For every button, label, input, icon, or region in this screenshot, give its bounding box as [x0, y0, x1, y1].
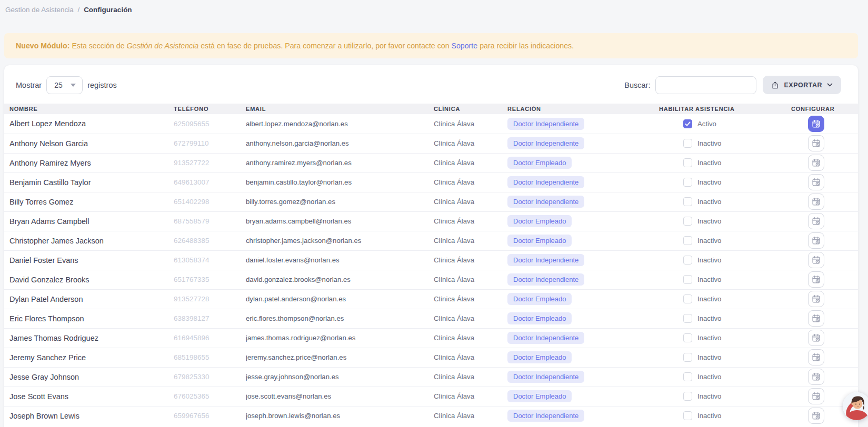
doctor-email: daniel.foster.evans@norlan.es: [246, 250, 434, 270]
status-label: Inactivo: [697, 353, 721, 361]
doctor-email: joseph.brown.lewis@norlan.es: [246, 406, 434, 425]
configure-schedule-button[interactable]: [808, 291, 824, 307]
doctors-table: Nombre Teléfono Email Clínica Relación H…: [4, 104, 858, 425]
enable-attendance-checkbox[interactable]: [683, 392, 692, 401]
doctor-phone: 913527722: [174, 153, 246, 172]
configure-schedule-button[interactable]: [808, 330, 824, 346]
calendar-clock-icon: [812, 294, 821, 303]
help-avatar-widget[interactable]: [843, 392, 868, 420]
enable-attendance-checkbox[interactable]: [683, 139, 692, 148]
status-label: Inactivo: [697, 217, 721, 225]
calendar-clock-icon: [812, 275, 821, 284]
enable-attendance-checkbox[interactable]: [683, 314, 692, 323]
doctor-clinic: Clínica Álava: [434, 309, 507, 328]
doctor-clinic: Clínica Álava: [434, 172, 507, 192]
breadcrumb: Gestion de Asistencia / Configuración: [0, 0, 868, 14]
table-row: Jose Scott Evans 676025365 jose.scott.ev…: [4, 387, 858, 406]
relation-badge: Doctor Empleado: [507, 351, 572, 363]
attendance-config-card: Mostrar 25 registros Buscar: EXPORTAR: [4, 65, 858, 427]
breadcrumb-separator: /: [78, 6, 80, 14]
relation-badge: Doctor Empleado: [507, 390, 572, 402]
doctor-email: bryan.adams.campbell@norlan.es: [246, 211, 434, 231]
enable-attendance-checkbox[interactable]: [683, 197, 692, 206]
doctor-email: billy.torres.gomez@norlan.es: [246, 192, 434, 211]
status-label: Activo: [697, 120, 716, 128]
doctor-clinic: Clínica Álava: [434, 270, 507, 289]
doctor-name: Anthony Ramirez Myers: [4, 153, 174, 172]
search-input[interactable]: [655, 76, 756, 94]
configure-schedule-button[interactable]: [808, 213, 824, 229]
configure-schedule-button[interactable]: [808, 408, 824, 424]
calendar-clock-icon: [812, 353, 821, 362]
doctor-name: Eric Flores Thompson: [4, 309, 174, 328]
relation-badge: Doctor Independiente: [507, 176, 584, 188]
header-email: Email: [246, 104, 434, 114]
configure-schedule-button[interactable]: [808, 135, 824, 151]
support-link[interactable]: Soporte: [451, 42, 477, 50]
enable-attendance-checkbox[interactable]: [683, 256, 692, 265]
status-label: Inactivo: [697, 198, 721, 206]
configure-schedule-button[interactable]: [808, 310, 824, 327]
calendar-clock-icon: [812, 178, 821, 187]
configure-schedule-button[interactable]: [808, 194, 824, 210]
status-label: Inactivo: [697, 178, 721, 186]
enable-attendance-checkbox[interactable]: [683, 178, 692, 187]
configure-schedule-button[interactable]: [808, 271, 824, 288]
relation-badge: Doctor Empleado: [507, 157, 572, 169]
table-header-row: Nombre Teléfono Email Clínica Relación H…: [4, 104, 858, 114]
enable-attendance-checkbox[interactable]: [683, 236, 692, 245]
chevron-down-icon: [71, 84, 76, 87]
configure-schedule-button[interactable]: [808, 388, 824, 404]
relation-badge: Doctor Independiente: [507, 273, 584, 286]
configure-schedule-button[interactable]: [808, 252, 824, 268]
table-row: Christopher James Jackson 626488385 chri…: [4, 231, 858, 250]
doctor-clinic: Clínica Álava: [434, 348, 507, 367]
enable-attendance-checkbox[interactable]: [683, 294, 692, 303]
doctor-name: Albert Lopez Mendoza: [4, 114, 174, 134]
export-label: EXPORTAR: [784, 82, 822, 89]
configure-schedule-button[interactable]: [808, 116, 824, 132]
header-relacion: Relación: [507, 104, 659, 114]
enable-attendance-checkbox[interactable]: [683, 333, 692, 342]
doctor-clinic: Clínica Álava: [434, 367, 507, 387]
breadcrumb-parent[interactable]: Gestion de Asistencia: [5, 6, 74, 14]
doctor-name: Christopher James Jackson: [4, 231, 174, 250]
enable-attendance-checkbox[interactable]: [683, 217, 692, 226]
table-row: Eric Flores Thompson 638398127 eric.flor…: [4, 309, 858, 328]
configure-schedule-button[interactable]: [808, 155, 824, 171]
status-label: Inactivo: [697, 392, 721, 400]
enable-attendance-checkbox[interactable]: [683, 275, 692, 284]
enable-attendance-checkbox[interactable]: [683, 119, 692, 128]
enable-attendance-checkbox[interactable]: [683, 372, 692, 381]
status-label: Inactivo: [697, 373, 721, 381]
page-size-select[interactable]: 25: [46, 76, 83, 94]
doctor-name: Dylan Patel Anderson: [4, 289, 174, 309]
relation-badge: Doctor Independiente: [507, 196, 584, 208]
configure-schedule-button[interactable]: [808, 349, 824, 365]
export-button[interactable]: EXPORTAR: [763, 76, 841, 94]
configure-schedule-button[interactable]: [808, 369, 824, 385]
relation-badge: Doctor Independiente: [507, 118, 584, 130]
export-icon: [771, 81, 779, 89]
configure-schedule-button[interactable]: [808, 232, 824, 249]
relation-badge: Doctor Empleado: [507, 235, 572, 247]
alert-module-name: Gestión de Asistencia: [127, 42, 199, 50]
search-label: Buscar:: [624, 81, 650, 89]
enable-attendance-checkbox[interactable]: [683, 158, 692, 167]
relation-badge: Doctor Independiente: [507, 371, 584, 383]
doctor-phone: 638398127: [174, 309, 246, 328]
doctor-email: jose.scott.evans@norlan.es: [246, 387, 434, 406]
doctor-name: Bryan Adams Campbell: [4, 211, 174, 231]
status-label: Inactivo: [697, 295, 721, 303]
configure-schedule-button[interactable]: [808, 174, 824, 190]
table-row: Dylan Patel Anderson 913527728 dylan.pat…: [4, 289, 858, 309]
doctor-name: Joseph Brown Lewis: [4, 406, 174, 425]
enable-attendance-checkbox[interactable]: [683, 411, 692, 420]
relation-badge: Doctor Independiente: [507, 410, 584, 422]
doctor-name: Jose Scott Evans: [4, 387, 174, 406]
doctor-phone: 676025365: [174, 387, 246, 406]
doctor-email: christopher.james.jackson@norlan.es: [246, 231, 434, 250]
status-label: Inactivo: [697, 412, 721, 420]
relation-badge: Doctor Independiente: [507, 137, 584, 149]
enable-attendance-checkbox[interactable]: [683, 353, 692, 362]
